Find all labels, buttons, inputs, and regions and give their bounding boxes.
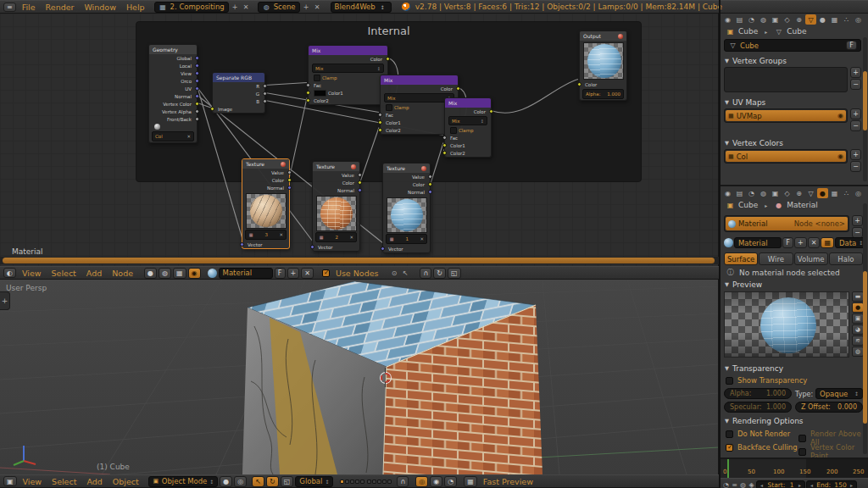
socket-global[interactable] [195,56,199,60]
transform-orientation-selector[interactable]: Global ↕ [295,476,333,487]
tab-texture-icon[interactable]: ▦ [829,14,840,25]
tree-type-texture-icon[interactable]: ▦ [173,268,186,279]
socket-vector[interactable] [381,247,385,251]
tab-world-icon[interactable]: ◍ [758,188,769,198]
editor-type-info-icon[interactable]: ≡ [3,3,16,12]
node-texture-2[interactable]: Texture Value Color Normal ▦2✕ Vector [312,161,360,252]
fast-preview-label[interactable]: Fast Preview [479,477,537,486]
socket-color1[interactable] [442,143,447,147]
node-mix-1[interactable]: Mix Color Mix↕ Clamp Fac Color1 Color2 [308,45,388,105]
tab-render-icon[interactable]: ◉ [722,14,733,25]
render-engine-selector[interactable]: Blend4Web ↕ [331,2,392,13]
menu-object[interactable]: Object [108,477,143,486]
clear-icon[interactable]: ✕ [420,236,424,241]
remove-vertex-group-button[interactable]: − [850,79,861,90]
menu-add[interactable]: Add [82,269,106,278]
close-scene-icon[interactable]: ✕ [313,3,322,11]
tab-object-icon[interactable]: ▣ [770,14,781,25]
socket-orco[interactable] [195,79,199,83]
tab-particles-icon[interactable]: ∴ [841,188,852,198]
socket-color-in[interactable] [577,82,581,86]
viewport-shading-icon[interactable]: ● [220,476,232,487]
color1-swatch[interactable] [314,90,326,97]
backface-culling-checkbox[interactable] [726,444,733,452]
material-name-field[interactable]: Material [734,237,782,248]
fast-preview-icon[interactable]: ▦ [464,476,477,487]
use-preview-range-icon[interactable]: ◍ [739,481,747,488]
mode-selector[interactable]: ▣ Object Mode ↕ [148,476,219,487]
material-slot-item[interactable]: Material Node <none> [726,217,848,230]
vertex-groups-list[interactable] [724,67,848,92]
alpha-slider[interactable]: Alpha: 1.000 [582,89,624,99]
socket-vertex-alpha[interactable] [195,109,199,114]
editor-type-timeline-icon[interactable]: ◔ [722,481,730,488]
socket-color1[interactable] [378,120,382,125]
lock-icon[interactable]: ◈ [748,481,755,488]
uv-map-item[interactable]: ▦ UVMap ◉ [726,110,846,121]
tab-object-data-icon[interactable]: ▽ [805,188,816,198]
render-above-all-checkbox[interactable] [798,435,806,442]
socket-color[interactable] [428,182,432,186]
preview-hair-icon[interactable]: ≋ [852,336,864,346]
tab-texture-icon[interactable]: ▦ [829,188,840,198]
tab-render-layers-icon[interactable]: ▤ [734,188,745,198]
tree-type-composite-icon[interactable]: ◍ [159,268,171,279]
tab-scene-icon[interactable]: ◔ [746,188,757,198]
socket-color2[interactable] [306,98,310,103]
socket-color-out[interactable] [489,109,493,114]
vertex-colors-panel-header[interactable]: ▼Vertex Colors [725,139,783,147]
node-separate-rgb[interactable]: Separate RGB R G B Image [212,72,265,114]
vertex-groups-panel-header[interactable]: ▼Vertex Groups [725,57,787,65]
socket-value[interactable] [287,170,292,175]
socket-color[interactable] [358,180,362,185]
menu-select[interactable]: Select [47,269,81,278]
vertex-color-item[interactable]: ▦ Col ◉ [726,151,846,162]
socket-frontback[interactable] [195,117,199,121]
alpha-slider[interactable]: Alpha:1.000 [724,388,792,399]
use-nodes-checkbox[interactable] [322,269,330,277]
node-editor[interactable]: Internal Geometry Global Local View Orco… [0,14,719,266]
tab-physics-icon[interactable]: ◎ [853,188,864,198]
scene-selector[interactable]: ◍ Scene [258,2,300,13]
preview-world-icon[interactable]: ◍ [852,347,864,357]
texture-datablock[interactable]: ▦2✕ [315,232,357,242]
new-material-button[interactable]: + [794,237,807,248]
region-expand-tab[interactable]: + [0,291,10,310]
fake-user-button[interactable]: F [782,237,793,248]
clear-icon[interactable]: ✕ [349,235,353,240]
menu-file[interactable]: File [18,3,40,12]
add-material-slot-button[interactable]: + [852,215,863,226]
pin-icon[interactable]: ⊙ [389,269,398,277]
unlink-material-button[interactable]: ✕ [301,268,314,279]
socket-vertex-color[interactable] [195,102,199,106]
socket-value[interactable] [358,173,362,177]
tab-object-icon[interactable]: ▣ [770,188,781,198]
render-opengl-icon[interactable]: ◉ [430,476,442,487]
render-camera-icon[interactable]: ◉ [837,152,843,160]
manipulator-translate-icon[interactable]: ↖ [252,476,264,487]
copy-node-icon[interactable]: ◱ [448,268,461,279]
menu-view[interactable]: View [18,269,46,278]
add-vertex-group-button[interactable]: + [850,67,861,78]
new-material-button[interactable]: + [287,268,300,279]
clear-icon[interactable]: ✕ [279,232,283,237]
blend-mode-dropdown[interactable]: Mix↕ [448,116,487,125]
node-texture-3[interactable]: Texture Value Color Normal ▦3✕ Vector [242,158,290,249]
tab-constraints-icon[interactable]: ◇ [782,188,793,198]
add-scene-icon[interactable]: + [302,3,311,11]
preview-sphere-icon[interactable]: ● [852,302,864,313]
socket-normal[interactable] [358,188,362,192]
nodes-toggle-button[interactable]: ▦ [821,237,834,248]
start-frame-field[interactable]: ◂ Start:1 ▸ [756,480,805,488]
node-texture-1[interactable]: Texture Value Color Normal ▦1✕ Vector [382,163,431,253]
node-editor-hscrollbar[interactable] [0,257,719,264]
render-camera-icon[interactable]: ◉ [837,112,843,119]
uv-maps-panel-header[interactable]: ▼UV Maps [725,98,765,107]
socket-normal[interactable] [287,186,292,190]
tree-type-shader-icon[interactable]: ● [144,268,157,279]
manipulator-rotate-icon[interactable]: ↻ [266,476,279,487]
tab-modifiers-icon[interactable]: ⊕ [793,188,804,198]
fake-user-button[interactable]: F [846,41,857,50]
menu-node[interactable]: Node [108,269,137,278]
node-output[interactable]: Output Color Alpha: 1.000 [579,30,627,101]
